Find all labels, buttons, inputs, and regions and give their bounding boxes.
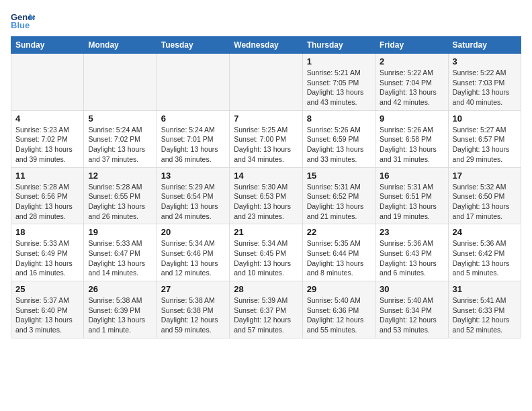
day-number: 15 <box>307 171 371 181</box>
day-number: 27 <box>161 284 225 294</box>
weekday-header-wednesday: Wednesday <box>230 37 302 54</box>
day-number: 8 <box>307 113 371 124</box>
calendar-cell: 27Sunrise: 5:38 AM Sunset: 6:38 PM Dayli… <box>157 281 229 338</box>
day-number: 31 <box>453 284 517 294</box>
day-info: Sunrise: 5:22 AM Sunset: 7:04 PM Dayligh… <box>380 68 443 107</box>
calendar-cell <box>230 54 302 111</box>
day-info: Sunrise: 5:28 AM Sunset: 6:55 PM Dayligh… <box>88 182 152 222</box>
day-number: 3 <box>453 56 517 66</box>
day-number: 16 <box>380 171 443 181</box>
day-number: 24 <box>453 227 517 237</box>
day-number: 19 <box>88 227 152 237</box>
calendar-cell <box>157 54 229 111</box>
svg-text:Blue: Blue <box>11 20 30 30</box>
calendar-week-3: 11Sunrise: 5:28 AM Sunset: 6:56 PM Dayli… <box>11 167 521 224</box>
day-number: 11 <box>15 171 79 181</box>
calendar-cell: 14Sunrise: 5:30 AM Sunset: 6:53 PM Dayli… <box>230 167 302 224</box>
calendar-cell: 6Sunrise: 5:24 AM Sunset: 7:01 PM Daylig… <box>157 110 229 167</box>
day-info: Sunrise: 5:30 AM Sunset: 6:53 PM Dayligh… <box>234 182 298 222</box>
calendar-cell: 28Sunrise: 5:39 AM Sunset: 6:37 PM Dayli… <box>230 281 302 338</box>
calendar-cell: 19Sunrise: 5:33 AM Sunset: 6:47 PM Dayli… <box>84 224 157 281</box>
day-info: Sunrise: 5:28 AM Sunset: 6:56 PM Dayligh… <box>15 182 79 222</box>
logo: General Blue <box>11 11 38 30</box>
calendar-cell: 4Sunrise: 5:23 AM Sunset: 7:02 PM Daylig… <box>11 110 84 167</box>
day-info: Sunrise: 5:22 AM Sunset: 7:03 PM Dayligh… <box>453 68 517 107</box>
day-number: 25 <box>15 284 79 294</box>
day-info: Sunrise: 5:32 AM Sunset: 6:50 PM Dayligh… <box>453 182 517 222</box>
calendar-cell: 13Sunrise: 5:29 AM Sunset: 6:54 PM Dayli… <box>157 167 229 224</box>
calendar-week-5: 25Sunrise: 5:37 AM Sunset: 6:40 PM Dayli… <box>11 281 521 338</box>
day-info: Sunrise: 5:39 AM Sunset: 6:37 PM Dayligh… <box>234 295 298 335</box>
day-number: 26 <box>88 284 152 294</box>
calendar-cell: 22Sunrise: 5:35 AM Sunset: 6:44 PM Dayli… <box>302 224 375 281</box>
calendar-cell: 18Sunrise: 5:33 AM Sunset: 6:49 PM Dayli… <box>11 224 84 281</box>
day-number: 18 <box>15 227 79 237</box>
logo-icon: General Blue <box>11 11 35 30</box>
calendar-cell: 17Sunrise: 5:32 AM Sunset: 6:50 PM Dayli… <box>448 167 521 224</box>
day-info: Sunrise: 5:34 AM Sunset: 6:46 PM Dayligh… <box>161 238 225 278</box>
calendar-cell: 15Sunrise: 5:31 AM Sunset: 6:52 PM Dayli… <box>302 167 375 224</box>
day-number: 6 <box>161 113 225 124</box>
day-info: Sunrise: 5:26 AM Sunset: 6:58 PM Dayligh… <box>380 125 443 165</box>
day-number: 9 <box>380 113 443 124</box>
day-info: Sunrise: 5:38 AM Sunset: 6:39 PM Dayligh… <box>88 295 152 335</box>
calendar-cell: 10Sunrise: 5:27 AM Sunset: 6:57 PM Dayli… <box>448 110 521 167</box>
day-number: 4 <box>15 113 79 124</box>
day-info: Sunrise: 5:40 AM Sunset: 6:36 PM Dayligh… <box>307 295 371 335</box>
calendar-cell: 16Sunrise: 5:31 AM Sunset: 6:51 PM Dayli… <box>375 167 448 224</box>
day-info: Sunrise: 5:41 AM Sunset: 6:33 PM Dayligh… <box>453 295 517 335</box>
day-info: Sunrise: 5:21 AM Sunset: 7:05 PM Dayligh… <box>307 68 371 107</box>
calendar-cell: 3Sunrise: 5:22 AM Sunset: 7:03 PM Daylig… <box>448 54 521 111</box>
day-number: 28 <box>234 284 298 294</box>
calendar-week-1: 1Sunrise: 5:21 AM Sunset: 7:05 PM Daylig… <box>11 54 521 111</box>
day-info: Sunrise: 5:23 AM Sunset: 7:02 PM Dayligh… <box>15 125 79 165</box>
weekday-header-friday: Friday <box>375 37 448 54</box>
day-number: 2 <box>380 56 443 66</box>
calendar-cell: 21Sunrise: 5:34 AM Sunset: 6:45 PM Dayli… <box>230 224 302 281</box>
day-info: Sunrise: 5:36 AM Sunset: 6:43 PM Dayligh… <box>380 238 443 278</box>
day-number: 7 <box>234 113 298 124</box>
weekday-header-tuesday: Tuesday <box>157 37 229 54</box>
calendar-cell: 2Sunrise: 5:22 AM Sunset: 7:04 PM Daylig… <box>375 54 448 111</box>
day-info: Sunrise: 5:35 AM Sunset: 6:44 PM Dayligh… <box>307 238 371 278</box>
calendar-cell <box>11 54 84 111</box>
weekday-header-sunday: Sunday <box>11 37 84 54</box>
day-number: 17 <box>453 171 517 181</box>
day-number: 22 <box>307 227 371 237</box>
weekday-header-thursday: Thursday <box>302 37 375 54</box>
calendar-cell: 26Sunrise: 5:38 AM Sunset: 6:39 PM Dayli… <box>84 281 157 338</box>
day-info: Sunrise: 5:40 AM Sunset: 6:34 PM Dayligh… <box>380 295 443 335</box>
day-info: Sunrise: 5:24 AM Sunset: 7:02 PM Dayligh… <box>88 125 152 165</box>
day-number: 10 <box>453 113 517 124</box>
calendar-week-2: 4Sunrise: 5:23 AM Sunset: 7:02 PM Daylig… <box>11 110 521 167</box>
weekday-header-monday: Monday <box>84 37 157 54</box>
day-info: Sunrise: 5:37 AM Sunset: 6:40 PM Dayligh… <box>15 295 79 335</box>
day-number: 21 <box>234 227 298 237</box>
calendar-cell: 12Sunrise: 5:28 AM Sunset: 6:55 PM Dayli… <box>84 167 157 224</box>
day-info: Sunrise: 5:31 AM Sunset: 6:51 PM Dayligh… <box>380 182 443 222</box>
day-number: 29 <box>307 284 371 294</box>
calendar-cell: 29Sunrise: 5:40 AM Sunset: 6:36 PM Dayli… <box>302 281 375 338</box>
day-number: 23 <box>380 227 443 237</box>
calendar-table: SundayMondayTuesdayWednesdayThursdayFrid… <box>11 36 521 338</box>
calendar-cell: 8Sunrise: 5:26 AM Sunset: 6:59 PM Daylig… <box>302 110 375 167</box>
day-info: Sunrise: 5:24 AM Sunset: 7:01 PM Dayligh… <box>161 125 225 165</box>
day-info: Sunrise: 5:33 AM Sunset: 6:47 PM Dayligh… <box>88 238 152 278</box>
day-number: 5 <box>88 113 152 124</box>
day-info: Sunrise: 5:26 AM Sunset: 6:59 PM Dayligh… <box>307 125 371 165</box>
calendar-cell <box>84 54 157 111</box>
day-number: 13 <box>161 171 225 181</box>
calendar-cell: 5Sunrise: 5:24 AM Sunset: 7:02 PM Daylig… <box>84 110 157 167</box>
day-info: Sunrise: 5:38 AM Sunset: 6:38 PM Dayligh… <box>161 295 225 335</box>
calendar-cell: 1Sunrise: 5:21 AM Sunset: 7:05 PM Daylig… <box>302 54 375 111</box>
day-info: Sunrise: 5:33 AM Sunset: 6:49 PM Dayligh… <box>15 238 79 278</box>
weekday-header-saturday: Saturday <box>448 37 521 54</box>
day-number: 1 <box>307 56 371 66</box>
day-number: 30 <box>380 284 443 294</box>
day-info: Sunrise: 5:25 AM Sunset: 7:00 PM Dayligh… <box>234 125 298 165</box>
day-info: Sunrise: 5:27 AM Sunset: 6:57 PM Dayligh… <box>453 125 517 165</box>
calendar-cell: 9Sunrise: 5:26 AM Sunset: 6:58 PM Daylig… <box>375 110 448 167</box>
calendar-cell: 11Sunrise: 5:28 AM Sunset: 6:56 PM Dayli… <box>11 167 84 224</box>
day-info: Sunrise: 5:34 AM Sunset: 6:45 PM Dayligh… <box>234 238 298 278</box>
calendar-cell: 24Sunrise: 5:36 AM Sunset: 6:42 PM Dayli… <box>448 224 521 281</box>
